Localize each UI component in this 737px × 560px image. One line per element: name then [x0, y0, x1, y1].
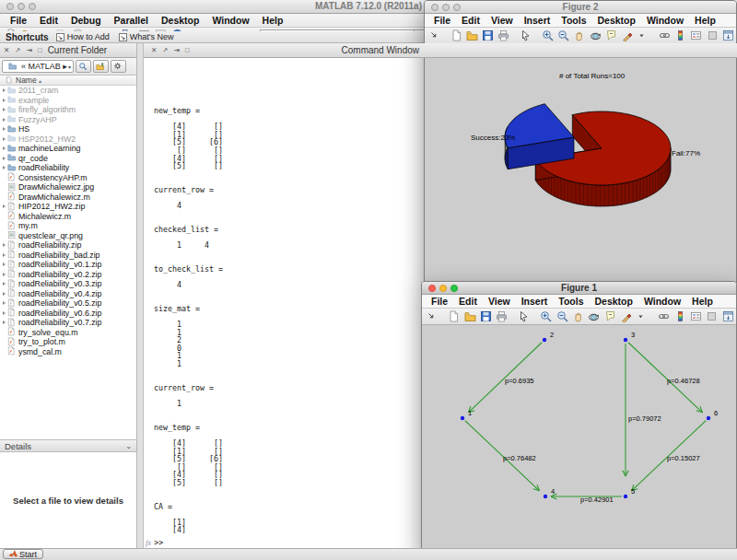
zoom-out-icon[interactable] [556, 309, 568, 323]
name-column-header[interactable]: Name ▴ [0, 76, 136, 86]
file-row-roadReliability[interactable]: roadReliability [0, 163, 136, 173]
zoom-out-icon[interactable] [557, 29, 570, 42]
caret-down-icon[interactable] [637, 29, 649, 42]
expand-arrow-icon[interactable] [0, 262, 7, 266]
pan-hand-icon[interactable] [573, 29, 586, 42]
legend-icon[interactable] [689, 309, 702, 323]
panel-header-icons[interactable]: ✕ ↗ ⇥ □ [4, 46, 44, 54]
file-row-roadReliability_v0.5.zip[interactable]: roadReliability_v0.5.zip [0, 298, 136, 309]
menu-insert[interactable]: Insert [519, 15, 556, 26]
open-folder-icon[interactable] [463, 309, 476, 323]
minimize-icon[interactable] [18, 3, 25, 10]
menu-tools[interactable]: Tools [556, 15, 591, 26]
dock-figure-icon[interactable] [721, 29, 734, 42]
expand-arrow-icon[interactable] [0, 99, 7, 102]
colorbar-icon[interactable] [673, 309, 686, 323]
zoom-in-icon[interactable] [540, 309, 553, 323]
file-row-roadReliability_bad.zip[interactable]: roadReliability_bad.zip [0, 251, 136, 261]
menu-desktop[interactable]: Desktop [590, 296, 638, 307]
file-row-my.m[interactable]: my.m [0, 221, 136, 231]
menu-view[interactable]: View [483, 296, 516, 307]
details-header[interactable]: Details ⌄ [0, 439, 136, 452]
file-row-roadReliability_v0.2.zip[interactable]: roadReliability_v0.2.zip [0, 270, 136, 280]
traffic-lights[interactable] [428, 285, 458, 292]
file-row-roadReliability_v0.3.zip[interactable]: roadReliability_v0.3.zip [0, 279, 136, 289]
breadcrumb-dropdown-icon[interactable]: ▾ [68, 64, 71, 70]
breadcrumb[interactable]: « MATLAB ▸ ▾ [2, 60, 74, 73]
file-row-HSP2012_HW2[interactable]: HSP2012_HW2 [0, 134, 136, 145]
data-cursor-icon[interactable] [603, 309, 616, 323]
menu-window[interactable]: Window [205, 15, 255, 26]
colorbar-icon[interactable] [674, 29, 687, 42]
new-doc-icon[interactable] [450, 29, 462, 42]
file-row-2011_cram[interactable]: 2011_cram [0, 86, 136, 96]
menu-insert[interactable]: Insert [516, 296, 554, 307]
file-row-try_to_plot.m[interactable]: try_to_plot.m [0, 337, 136, 347]
pie3-chart[interactable] [425, 44, 736, 284]
file-row-ysmd_cal.m[interactable]: ysmd_cal.m [0, 347, 136, 357]
menu-window[interactable]: Window [641, 15, 689, 26]
expand-arrow-icon[interactable] [0, 157, 7, 160]
expand-arrow-icon[interactable] [0, 88, 7, 92]
figure2-title-bar[interactable]: Figure 2 [425, 1, 736, 14]
traffic-lights[interactable] [6, 3, 36, 10]
expand-arrow-icon[interactable] [0, 204, 7, 208]
expand-arrow-icon[interactable] [0, 243, 7, 247]
gear-button[interactable] [111, 60, 126, 73]
brush-icon[interactable] [620, 29, 633, 42]
expand-arrow-icon[interactable] [0, 321, 7, 324]
menu-help[interactable]: Help [689, 15, 721, 26]
square-gray-icon[interactable] [706, 29, 719, 42]
expand-arrow-icon[interactable] [0, 273, 7, 276]
menu-edit[interactable]: Edit [456, 15, 485, 26]
expand-arrow-icon[interactable] [0, 108, 7, 111]
expand-arrow-icon[interactable] [0, 118, 7, 122]
shortcut-whats-new[interactable]: ↘What's New [119, 32, 174, 41]
traffic-lights[interactable] [431, 4, 461, 11]
menu-file[interactable]: File [4, 15, 33, 26]
menu-desktop[interactable]: Desktop [155, 15, 205, 26]
folder-up-icon[interactable] [95, 60, 106, 74]
gear-icon[interactable] [112, 60, 123, 74]
menu-debug[interactable]: Debug [64, 15, 108, 26]
expand-arrow-icon[interactable] [0, 127, 7, 131]
panel-splitter[interactable] [137, 43, 144, 548]
panel-header-icons[interactable]: ✕ ↗ ⇥ □ [151, 46, 192, 54]
print-icon[interactable] [497, 29, 510, 42]
menu-edit[interactable]: Edit [33, 15, 64, 26]
expand-arrow-icon[interactable] [0, 301, 7, 305]
current-folder-panel-header[interactable]: ✕ ↗ ⇥ □ Current Folder [0, 43, 136, 58]
brush-icon[interactable] [619, 309, 632, 323]
file-row-roadReliability.zip[interactable]: roadReliability.zip [0, 240, 136, 251]
file-row-roadReliability_v0.1.zip[interactable]: roadReliability_v0.1.zip [0, 260, 136, 270]
command-output[interactable]: new_temp = [4] [] [1] [] [5] [6] [] [] [… [154, 107, 223, 548]
file-row-firefly_algorithm[interactable]: firefly_algorithm [0, 105, 136, 115]
file-row-qr_code[interactable]: qr_code [0, 154, 136, 164]
file-row-Michalewicz.m[interactable]: Michalewicz.m [0, 212, 136, 222]
square-gray-icon[interactable] [706, 309, 719, 323]
file-row-DrawMichalewicz.m[interactable]: DrawMichalewicz.m [0, 192, 136, 203]
link-plots-icon[interactable] [658, 309, 671, 323]
expand-arrow-icon[interactable] [0, 137, 7, 141]
search-button[interactable] [76, 60, 91, 73]
zoom-window-icon[interactable] [453, 4, 461, 11]
expand-arrow-icon[interactable] [0, 311, 7, 315]
corner-arrow-icon[interactable] [426, 309, 439, 323]
zoom-in-icon[interactable] [542, 29, 555, 42]
file-row-ConsistencyAHP.m[interactable]: ConsistencyAHP.m [0, 173, 136, 183]
data-cursor-icon[interactable] [604, 29, 617, 42]
command-prompt[interactable]: fx >> [146, 538, 163, 547]
file-row-machineLearning[interactable]: machineLearning [0, 144, 136, 154]
expand-arrow-icon[interactable] [0, 253, 7, 257]
figure1-title-bar[interactable]: Figure 1 [422, 282, 736, 295]
file-row-HS[interactable]: HS [0, 124, 136, 134]
file-row-try_solve_equ.m[interactable]: try_solve_equ.m [0, 328, 136, 338]
chevron-down-icon[interactable]: ⌄ [125, 442, 132, 450]
caret-down-icon[interactable] [636, 309, 649, 323]
file-row-questclear_qr.png[interactable]: questclear_qr.png [0, 231, 136, 241]
close-icon[interactable] [428, 285, 436, 292]
menu-file[interactable]: File [426, 296, 453, 307]
rotate-3d-icon[interactable] [588, 309, 601, 323]
corner-arrow-icon[interactable] [428, 29, 441, 42]
command-window-header[interactable]: ✕ ↗ ⇥ □ Command Window [144, 43, 737, 58]
